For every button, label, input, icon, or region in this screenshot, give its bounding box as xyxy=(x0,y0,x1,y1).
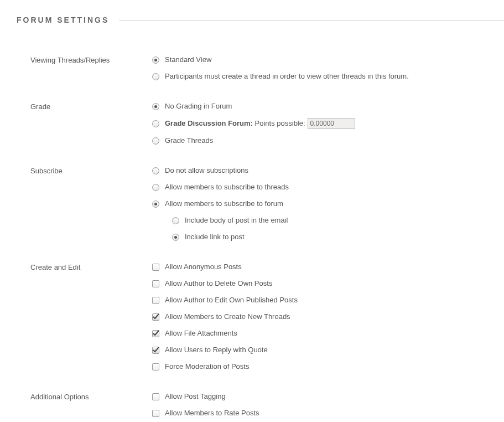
ce-force-moderation[interactable]: Force Moderation of Posts xyxy=(152,362,504,372)
radio-icon xyxy=(152,73,159,80)
option-label: Allow Anonymous Posts xyxy=(165,262,242,272)
subscribe-nested-link[interactable]: Include link to post xyxy=(172,232,504,242)
option-label: Allow Users to Reply with Quote xyxy=(165,345,268,355)
radio-icon xyxy=(152,200,159,208)
radio-icon xyxy=(152,56,159,64)
add-post-tagging[interactable]: Allow Post Tagging xyxy=(152,392,504,402)
checkbox-icon xyxy=(152,330,159,337)
points-input[interactable] xyxy=(308,118,355,129)
subscribe-option-threads[interactable]: Allow members to subscribe to threads xyxy=(152,182,504,192)
viewing-option-participants[interactable]: Participants must create a thread in ord… xyxy=(152,71,504,81)
option-label: Grade Threads xyxy=(165,136,213,146)
form-area: Viewing Threads/Replies Standard View Pa… xyxy=(0,30,504,418)
radio-icon xyxy=(172,217,179,224)
radio-icon xyxy=(152,167,159,174)
grade-option-threads[interactable]: Grade Threads xyxy=(152,136,504,146)
section-title: FORUM SETTINGS xyxy=(17,16,119,24)
radio-icon xyxy=(172,234,179,241)
checkbox-icon xyxy=(152,363,159,370)
ce-author-edit[interactable]: Allow Author to Edit Own Published Posts xyxy=(152,295,504,305)
option-label: Allow members to subscribe to threads xyxy=(165,182,289,192)
row-create-edit: Create and Edit Allow Anonymous Posts Al… xyxy=(30,262,504,372)
option-label: Grade Discussion Forum: Points possible: xyxy=(165,119,305,128)
option-label: Allow Author to Delete Own Posts xyxy=(165,279,272,289)
checkbox-icon xyxy=(152,410,159,417)
radio-icon xyxy=(152,184,159,191)
option-label: Allow members to subscribe to forum xyxy=(165,199,283,209)
checkbox-icon xyxy=(152,393,159,400)
ce-author-delete[interactable]: Allow Author to Delete Own Posts xyxy=(152,279,504,289)
label-create-edit: Create and Edit xyxy=(30,262,152,271)
subscribe-nested-body[interactable]: Include body of post in the email xyxy=(172,215,504,225)
header-rule xyxy=(119,20,504,20)
option-label: Allow Members to Create New Threads xyxy=(165,312,290,322)
checkbox-icon xyxy=(152,347,159,354)
grade-option-forum[interactable]: Grade Discussion Forum: Points possible: xyxy=(152,118,504,129)
option-label: Allow Members to Rate Posts xyxy=(165,408,259,418)
controls-create-edit: Allow Anonymous Posts Allow Author to De… xyxy=(152,262,504,372)
option-label: Allow Author to Edit Own Published Posts xyxy=(165,295,298,305)
ce-file-attach[interactable]: Allow File Attachments xyxy=(152,328,504,338)
checkbox-icon xyxy=(152,280,159,287)
section-header: FORUM SETTINGS xyxy=(0,0,504,30)
option-label: No Grading in Forum xyxy=(165,101,232,111)
option-label: Include link to post xyxy=(185,232,245,242)
viewing-option-standard[interactable]: Standard View xyxy=(152,55,504,65)
grade-forum-bold: Grade Discussion Forum: xyxy=(165,119,253,127)
label-viewing: Viewing Threads/Replies xyxy=(30,55,152,64)
subscribe-option-none[interactable]: Do not allow subscriptions xyxy=(152,166,504,176)
checkbox-icon xyxy=(152,297,159,304)
ce-anonymous[interactable]: Allow Anonymous Posts xyxy=(152,262,504,272)
controls-additional: Allow Post Tagging Allow Members to Rate… xyxy=(152,392,504,418)
option-label: Allow File Attachments xyxy=(165,328,237,338)
checkbox-icon xyxy=(152,313,159,321)
option-label: Do not allow subscriptions xyxy=(165,166,248,176)
row-additional: Additional Options Allow Post Tagging Al… xyxy=(30,392,504,418)
controls-subscribe: Do not allow subscriptions Allow members… xyxy=(152,166,504,242)
label-grade: Grade xyxy=(30,101,152,111)
option-label: Allow Post Tagging xyxy=(165,392,226,402)
points-label: Points possible: xyxy=(255,119,305,127)
row-subscribe: Subscribe Do not allow subscriptions All… xyxy=(30,166,504,242)
option-label: Force Moderation of Posts xyxy=(165,362,249,372)
ce-reply-quote[interactable]: Allow Users to Reply with Quote xyxy=(152,345,504,355)
label-subscribe: Subscribe xyxy=(30,166,152,175)
subscribe-option-forum[interactable]: Allow members to subscribe to forum xyxy=(152,199,504,209)
radio-icon xyxy=(152,103,159,110)
controls-viewing: Standard View Participants must create a… xyxy=(152,55,504,81)
radio-icon xyxy=(152,137,159,145)
ce-create-threads[interactable]: Allow Members to Create New Threads xyxy=(152,312,504,322)
grade-option-none[interactable]: No Grading in Forum xyxy=(152,101,504,111)
option-label: Include body of post in the email xyxy=(185,215,288,225)
row-grade: Grade No Grading in Forum Grade Discussi… xyxy=(30,101,504,146)
controls-grade: No Grading in Forum Grade Discussion For… xyxy=(152,101,504,146)
option-label: Participants must create a thread in ord… xyxy=(165,71,409,81)
subscribe-nested: Include body of post in the email Includ… xyxy=(152,215,504,242)
option-label: Standard View xyxy=(165,55,211,65)
checkbox-icon xyxy=(152,264,159,271)
radio-icon xyxy=(152,120,159,127)
add-rate-posts[interactable]: Allow Members to Rate Posts xyxy=(152,408,504,418)
row-viewing: Viewing Threads/Replies Standard View Pa… xyxy=(30,55,504,81)
label-additional: Additional Options xyxy=(30,392,152,401)
